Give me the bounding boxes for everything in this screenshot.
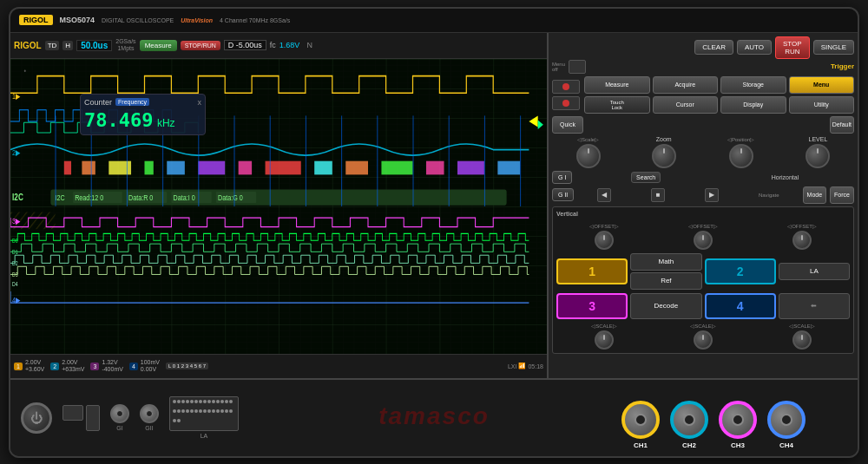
level-label: LEVEL [809, 136, 828, 142]
nav-row: G I Search Horizontal [552, 171, 854, 184]
la-connector-group: LA [169, 396, 239, 439]
offset-knob-2: ◁OFFSET▷ [655, 223, 751, 250]
la-port-label: LA [201, 433, 208, 439]
decode-btn[interactable]: Decode [630, 293, 701, 319]
ch-buttons-row: 1 Math Ref 2 LA [556, 253, 850, 290]
zoom-knob[interactable] [652, 144, 676, 168]
bnc-ch4: CH4 [767, 401, 806, 449]
nav-stop-btn[interactable]: ■ [651, 188, 665, 202]
bnc-ch4-label: CH4 [779, 441, 793, 449]
scale-knob-ch3-control[interactable] [792, 330, 812, 350]
osc-display: I2C Read:12 0 Data:R 0 Data:I 0 Data:G 0 [10, 59, 547, 354]
svg-rect-6 [145, 160, 154, 174]
power-button[interactable]: ⏻ [21, 402, 52, 434]
menu-func-btn[interactable]: Menu [789, 76, 855, 94]
svg-text:3▶: 3▶ [12, 216, 21, 225]
usb-port-2 [86, 405, 100, 431]
measure-func-btn[interactable]: Measure [584, 76, 650, 94]
scale-knob-ch1-control[interactable] [595, 330, 614, 350]
nav-right-btn[interactable]: ▶ [705, 188, 719, 202]
offset-knobs: ◁OFFSET▷ ◁OFFSET▷ ◁OFFSET▷ [556, 223, 850, 250]
scale-label-ch1: ◁SCALE▷ [591, 323, 617, 329]
storage-btn[interactable]: Storage [720, 76, 786, 94]
math-btn[interactable]: Math [630, 253, 701, 271]
measure-button[interactable]: Measure [140, 40, 177, 51]
counter-unit: kHz [157, 117, 175, 129]
svg-rect-41 [484, 115, 485, 206]
position-knob-group: ◁Position▷ [727, 136, 754, 168]
menu-off-knob[interactable] [569, 60, 586, 74]
ch1-button[interactable]: 1 [556, 258, 628, 284]
mode-btn[interactable]: Mode [803, 186, 827, 204]
nav-left-btn[interactable]: ◀ [597, 188, 611, 202]
l-badge[interactable]: L 0 1 2 3 4 5 6 7 [166, 363, 208, 369]
offset-label-1: ◁OFFSET▷ [589, 223, 619, 229]
offset-knob-2-control[interactable] [694, 231, 713, 250]
time-display: 05:18 [528, 363, 543, 369]
quick-btn[interactable]: Quick [552, 116, 583, 134]
level-knob[interactable] [806, 144, 830, 168]
ch4-badge[interactable]: 4 [129, 363, 138, 370]
gii-btn[interactable]: G II [552, 188, 574, 201]
offset-knob-1-control[interactable] [595, 231, 614, 250]
counter-close-button[interactable]: x [198, 98, 202, 107]
default-btn[interactable]: Default [830, 116, 854, 134]
screen-area: RIGOL TD H 50.0us 2GSa/s 1Mpts Measure S… [10, 33, 549, 378]
svg-rect-4 [82, 160, 95, 174]
led-btn-2[interactable] [552, 96, 580, 110]
gi-port-label: GI [116, 425, 122, 431]
la-connector [169, 396, 239, 431]
ch1-badge[interactable]: 1 [14, 363, 23, 370]
scale-knob-group: ◁Scale▷ [576, 136, 601, 168]
stop-run-button[interactable]: STOP/RUN [181, 41, 220, 50]
search-btn[interactable]: Search [631, 172, 661, 183]
la-btn[interactable]: LA [779, 263, 850, 280]
top-logo: RIGOL [19, 15, 53, 25]
vertical-label: Vertical [556, 211, 578, 217]
acquire-btn[interactable]: Acquire [653, 76, 719, 94]
force-btn[interactable]: Force [830, 186, 854, 204]
position-knob[interactable] [729, 144, 753, 168]
bnc-ch1: CH1 [621, 401, 660, 449]
gi-btn[interactable]: G I [552, 171, 572, 184]
trig-value: 1.68V [279, 41, 300, 49]
single-button[interactable]: SINGLE [813, 40, 854, 55]
bnc-ch2-connector [670, 401, 708, 439]
touch-lock-btn[interactable]: TouchLock [584, 96, 650, 114]
offset-knob-3-control[interactable] [792, 231, 812, 250]
trig-label: fc [270, 41, 276, 49]
trig-n: N [306, 41, 312, 49]
bnc-ch4-connector [767, 401, 806, 439]
svg-rect-15 [457, 160, 484, 174]
offset-label-2: ◁OFFSET▷ [688, 223, 718, 229]
auto-button[interactable]: AUTO [737, 40, 772, 55]
time-per-div: 50.0us [76, 40, 112, 51]
ref-btn[interactable]: Ref [630, 272, 701, 290]
display-btn[interactable]: Display [720, 96, 786, 114]
led-btn-1[interactable] [552, 80, 580, 94]
bnc-ch3: CH3 [719, 401, 757, 449]
device-type: DIGITAL OSCILLOSCOPE [102, 17, 174, 23]
menu-off-label[interactable]: Menuoff [552, 62, 565, 72]
horizontal-label: Horizontal [772, 174, 799, 180]
clear-button[interactable]: CLEAR [694, 40, 733, 55]
utility-btn[interactable]: Utility [789, 96, 855, 114]
cursor-btn[interactable]: Cursor [653, 96, 719, 114]
scale-knob-ch2-control[interactable] [694, 330, 713, 350]
svg-text:Data:G  0: Data:G 0 [218, 193, 243, 202]
back-btn[interactable]: ⬅ [779, 293, 850, 319]
delay-display: D -5.00us [224, 40, 266, 50]
ultra-vision: UltraVision [181, 17, 213, 23]
bottom-row: ⏻ GI GII LA [10, 378, 858, 456]
stop-run-button-right[interactable]: STOPRUN [775, 36, 810, 59]
svg-text:Data:I  0: Data:I 0 [173, 193, 195, 202]
scale-knob[interactable] [576, 144, 601, 168]
svg-rect-40 [449, 115, 450, 206]
ch4-button[interactable]: 4 [705, 293, 776, 319]
ch3-button[interactable]: 3 [556, 293, 628, 319]
svg-rect-13 [381, 160, 412, 174]
svg-rect-29 [56, 115, 56, 206]
ch2-button[interactable]: 2 [705, 258, 776, 284]
ch2-badge[interactable]: 2 [50, 363, 59, 370]
ch3-badge[interactable]: 3 [90, 363, 99, 370]
